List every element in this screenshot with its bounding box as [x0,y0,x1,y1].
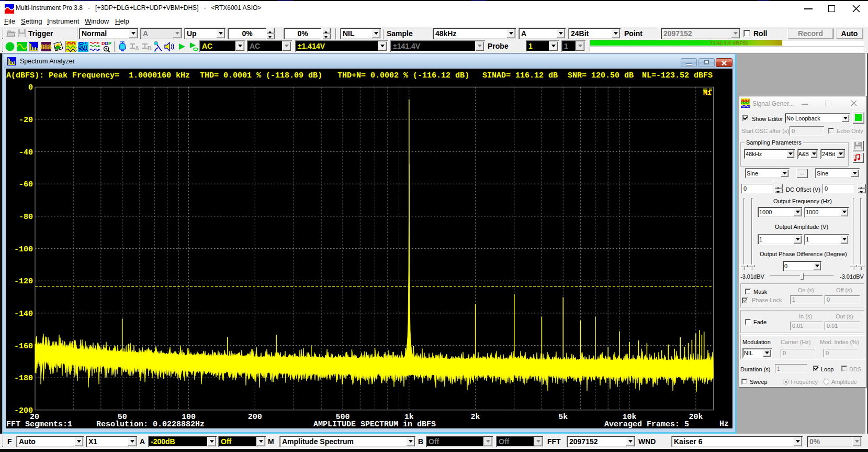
svg-text:SNR= 120.50 dB: SNR= 120.50 dB [568,71,634,80]
svg-text:5k: 5k [558,413,568,422]
svg-text:Averaged Frames: 5: Averaged Frames: 5 [604,420,689,428]
svg-text:-160: -160 [14,342,33,351]
svg-text:200: 200 [248,413,262,422]
svg-text:Mi: Mi [703,89,712,97]
svg-text:-180: -180 [14,374,33,383]
svg-text:-20: -20 [19,116,33,125]
svg-text:0: 0 [28,83,33,92]
svg-text:THD+N= 0.0002 % (-116.12 dB): THD+N= 0.0002 % (-116.12 dB) [337,71,469,80]
svg-text:888: 888 [40,43,52,51]
svg-text:-120: -120 [14,277,33,286]
svg-text:THD= 0.0001 % (-118.09 dB): THD= 0.0001 % (-118.09 dB) [200,71,322,80]
svg-text:-100: -100 [14,245,33,254]
svg-text:20k: 20k [689,413,703,422]
svg-text:-140: -140 [14,310,33,318]
svg-text:FFT Segments:1: FFT Segments:1 [6,420,72,428]
svg-text:DUT: DUT [78,45,88,50]
svg-text:DDP: DDP [102,41,111,46]
svg-text:SINAD= 116.12 dB: SINAD= 116.12 dB [482,71,558,80]
svg-text:-80: -80 [19,213,33,222]
svg-text:-40: -40 [19,148,33,157]
svg-text:Hz: Hz [719,420,729,428]
svg-text:B: B [148,45,152,51]
svg-text:AMPLITUDE SPECTRUM in dBFS: AMPLITUDE SPECTRUM in dBFS [313,420,436,428]
svg-text:-60: -60 [19,180,33,189]
svg-text:2k: 2k [471,413,480,422]
svg-text:1.0000160 kHz: 1.0000160 kHz [129,71,190,80]
svg-text:NL=-123.52 dBFS: NL=-123.52 dBFS [642,71,713,80]
svg-text:Resolution: 0.0228882Hz: Resolution: 0.0228882Hz [96,420,205,428]
svg-text:A(dBFS): Peak Frequency=: A(dBFS): Peak Frequency= [6,71,119,80]
svg-text:A: A [135,45,139,51]
